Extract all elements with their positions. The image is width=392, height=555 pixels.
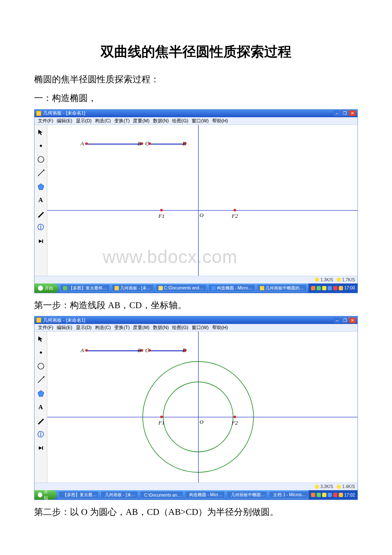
task-button[interactable]: 构造椭圆 - Micro… xyxy=(208,284,255,292)
tool-line[interactable] xyxy=(36,375,46,384)
segment-ab[interactable] xyxy=(86,350,142,351)
task-button[interactable]: 构造椭圆 - Micr… xyxy=(185,491,225,499)
system-tray[interactable]: 17:02 xyxy=(308,490,357,500)
point-f2[interactable] xyxy=(233,209,236,211)
svg-marker-4 xyxy=(38,184,44,190)
menu-edit[interactable]: 编辑(E) xyxy=(56,324,73,331)
tool-polygon[interactable] xyxy=(36,389,46,398)
start-label: 开始 xyxy=(44,489,51,501)
label-b: B xyxy=(138,347,141,354)
maximize-button[interactable]: ❐ xyxy=(341,110,348,116)
task-icon xyxy=(211,286,216,290)
tray-icon[interactable] xyxy=(333,286,337,290)
tool-marker[interactable] xyxy=(36,416,46,425)
close-button[interactable]: ✕ xyxy=(349,110,356,116)
point-a[interactable] xyxy=(85,349,88,352)
task-button[interactable]: C:\Documents an… xyxy=(140,491,183,499)
tool-info[interactable]: ⓘ xyxy=(36,430,46,439)
tray-icon[interactable] xyxy=(328,493,332,497)
menu-file[interactable]: 文件(F) xyxy=(37,324,54,331)
task-button[interactable]: C:\Documents and… xyxy=(156,284,207,292)
svg-marker-10 xyxy=(38,390,44,396)
tool-custom[interactable] xyxy=(36,443,46,453)
tray-icon[interactable] xyxy=(317,493,321,497)
tray-icon[interactable] xyxy=(339,286,343,290)
point-f1[interactable] xyxy=(160,209,163,211)
tool-text[interactable]: A xyxy=(36,402,46,412)
tool-circle[interactable] xyxy=(36,361,46,371)
tool-marker[interactable] xyxy=(36,209,46,219)
task-button[interactable]: 几何画板中椭圆的… xyxy=(257,284,307,292)
tool-circle[interactable] xyxy=(36,155,46,164)
tray-icon[interactable] xyxy=(311,493,315,497)
menu-transform[interactable]: 变换(T) xyxy=(113,118,130,124)
tray-icon[interactable] xyxy=(333,493,337,497)
tool-arrow[interactable] xyxy=(36,334,46,344)
tool-polygon[interactable] xyxy=(36,182,46,191)
tool-point[interactable] xyxy=(36,141,46,150)
tool-arrow[interactable] xyxy=(36,127,46,137)
menu-help[interactable]: 帮助(H) xyxy=(211,324,229,331)
intro-line: 椭圆的焦半径圆性质探索过程： xyxy=(34,72,358,88)
drawing-canvas[interactable]: F1 F2 O A B C D xyxy=(47,332,357,483)
point-f2[interactable] xyxy=(233,416,236,418)
task-label: 几何画板 - [未… xyxy=(120,285,151,291)
system-tray[interactable]: 17:00 xyxy=(308,283,357,293)
start-button[interactable]: 开始 xyxy=(35,283,58,293)
menu-window[interactable]: 窗口(W) xyxy=(191,324,210,331)
tool-palette: A ⓘ xyxy=(35,332,47,483)
menu-construct[interactable]: 构造(C) xyxy=(94,118,112,124)
tray-icon[interactable] xyxy=(322,286,326,290)
start-button[interactable]: 开始 xyxy=(35,490,57,500)
menu-measure[interactable]: 度量(M) xyxy=(132,118,150,124)
menu-data[interactable]: 数据(N) xyxy=(152,118,170,124)
menu-measure[interactable]: 度量(M) xyxy=(132,324,150,331)
label-a: A xyxy=(81,347,84,354)
menu-graph[interactable]: 绘图(G) xyxy=(171,324,189,331)
task-button[interactable]: 几何画板 - [未… xyxy=(101,491,138,499)
tool-point[interactable] xyxy=(36,348,46,357)
menu-display[interactable]: 显示(D) xyxy=(75,118,92,124)
task-button[interactable]: 文档 1 - Micros… xyxy=(269,491,308,499)
point-a[interactable] xyxy=(85,142,88,145)
task-button[interactable]: 几何画板 - [未… xyxy=(112,284,154,292)
tray-icon[interactable] xyxy=(322,493,326,497)
maximize-button[interactable]: ❐ xyxy=(341,318,348,323)
menu-help[interactable]: 帮助(H) xyxy=(211,118,229,124)
drawing-canvas[interactable]: F1 F2 O A B C D www.bdocx.com xyxy=(47,125,357,276)
task-button[interactable]: 【多图】复古最终… xyxy=(60,284,110,292)
segment-cd[interactable] xyxy=(150,144,184,145)
task-label: 【多图】复古最… xyxy=(63,492,97,498)
net-up-chip: 3.3K/S xyxy=(315,484,333,489)
task-button[interactable]: 几何画板中椭圆… xyxy=(227,491,268,499)
windows-icon xyxy=(38,286,43,291)
menu-graph[interactable]: 绘图(G) xyxy=(171,118,189,124)
menu-transform[interactable]: 变换(T) xyxy=(113,324,130,331)
tool-line[interactable] xyxy=(36,168,46,178)
minimize-button[interactable]: – xyxy=(334,318,340,323)
status-bar: 3.3K/S 1.4K/S xyxy=(35,483,357,490)
close-button[interactable]: ✕ xyxy=(349,318,356,323)
menu-construct[interactable]: 构造(C) xyxy=(94,324,112,331)
tool-info[interactable]: ⓘ xyxy=(36,223,46,232)
net-up-chip: 1.3K/S xyxy=(315,278,333,282)
tray-icon[interactable] xyxy=(317,286,321,290)
task-button[interactable]: 【多图】复古最… xyxy=(58,491,99,499)
menu-data[interactable]: 数据(N) xyxy=(152,324,170,331)
menu-file[interactable]: 文件(F) xyxy=(37,118,54,124)
segment-ab[interactable] xyxy=(86,144,142,145)
x-axis xyxy=(47,210,357,211)
tray-icon[interactable] xyxy=(339,493,343,497)
label-f1: F1 xyxy=(159,419,164,426)
menu-display[interactable]: 显示(D) xyxy=(75,324,92,331)
tool-text[interactable]: A xyxy=(36,196,46,205)
menu-edit[interactable]: 编辑(E) xyxy=(56,118,73,124)
menu-window[interactable]: 窗口(W) xyxy=(191,118,210,124)
segment-cd[interactable] xyxy=(150,350,184,351)
tool-custom[interactable] xyxy=(36,237,46,246)
tray-icon[interactable] xyxy=(328,286,332,290)
tray-icon[interactable] xyxy=(311,286,315,290)
point-f1[interactable] xyxy=(160,416,163,418)
task-icon xyxy=(260,286,264,290)
minimize-button[interactable]: – xyxy=(334,110,340,116)
